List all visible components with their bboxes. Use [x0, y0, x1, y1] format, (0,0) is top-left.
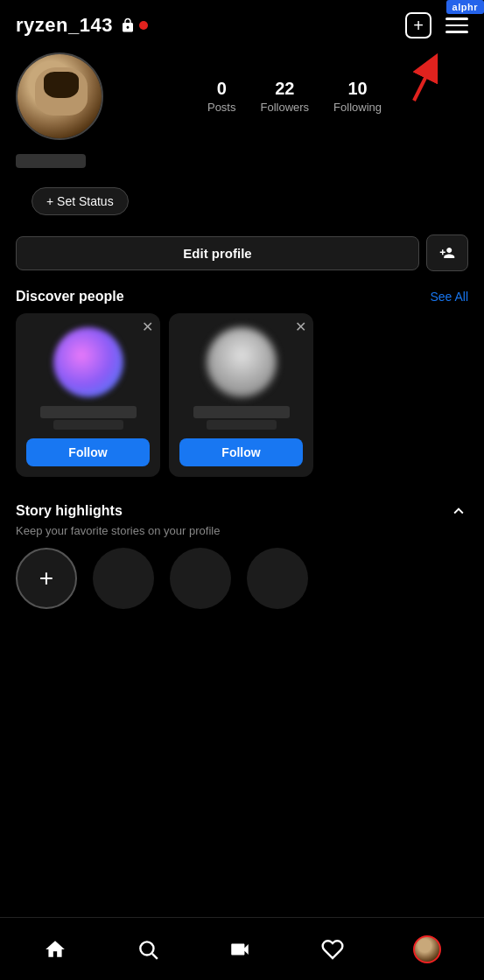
bottom-nav: [0, 917, 484, 980]
menu-button[interactable]: [445, 18, 468, 33]
close-card-2-button[interactable]: ✕: [295, 320, 306, 334]
reels-icon: [228, 937, 252, 962]
followers-label: Followers: [260, 101, 309, 114]
discover-name-2: [193, 406, 290, 418]
followers-count: 22: [275, 79, 294, 99]
see-all-link[interactable]: See All: [430, 290, 468, 304]
nav-heart[interactable]: [308, 930, 357, 969]
discover-name-1: [40, 406, 137, 418]
username-text: ryzen_143: [16, 14, 113, 37]
followers-stat[interactable]: 22 Followers: [260, 79, 309, 114]
profile-avatar[interactable]: [16, 52, 103, 140]
posts-count: 0: [217, 79, 227, 99]
discover-card-1: ✕ Follow: [16, 313, 160, 477]
stats-area: 0 Posts 22 Followers 10 Following: [121, 79, 468, 114]
following-label: Following: [333, 101, 382, 114]
profile-section: 0 Posts 22 Followers 10 Following: [0, 46, 484, 150]
notification-dot: [139, 21, 148, 30]
close-card-1-button[interactable]: ✕: [142, 320, 153, 334]
story-header: Story highlights: [0, 489, 484, 524]
svg-point-2: [140, 942, 153, 955]
plus-icon: +: [39, 566, 53, 591]
action-row: Edit profile: [0, 228, 484, 278]
display-name: [16, 154, 86, 168]
alphr-badge: alphr: [446, 0, 484, 14]
posts-label: Posts: [207, 101, 236, 114]
story-subtitle: Keep your favorite stories on your profi…: [0, 524, 484, 548]
discover-avatar-2: [207, 327, 277, 397]
following-stat[interactable]: 10 Following: [333, 79, 382, 114]
top-bar: ryzen_143 +: [0, 0, 484, 46]
top-icons: +: [405, 12, 468, 38]
discover-sub-2: [207, 420, 277, 430]
highlight-circle-2[interactable]: [170, 548, 231, 609]
story-circles: +: [0, 548, 484, 623]
username-area: ryzen_143: [16, 14, 148, 37]
set-status-wrapper: + Set Status: [0, 177, 484, 228]
heart-icon: [320, 937, 345, 962]
nav-profile[interactable]: [401, 928, 453, 970]
discover-header: Discover people See All: [0, 278, 484, 313]
discover-avatar-1: [53, 327, 123, 397]
following-count: 10: [347, 79, 367, 99]
add-highlight-button[interactable]: +: [16, 548, 77, 609]
discover-sub-1: [53, 420, 123, 430]
plus-square-icon: +: [405, 12, 431, 38]
avatar-image: [18, 54, 102, 138]
svg-line-3: [152, 953, 158, 958]
discover-card-2: ✕ Follow: [169, 313, 313, 477]
profile-nav-avatar: [413, 935, 441, 963]
add-person-button[interactable]: [426, 234, 468, 271]
nav-search[interactable]: [123, 930, 172, 969]
edit-profile-button[interactable]: Edit profile: [16, 236, 419, 270]
chevron-up-icon[interactable]: [449, 501, 468, 521]
add-post-button[interactable]: +: [405, 12, 431, 38]
home-icon: [43, 937, 67, 962]
discover-card-partial: [322, 313, 348, 477]
display-name-row: [0, 150, 484, 177]
search-icon: [136, 937, 160, 962]
hamburger-menu-icon: [445, 18, 468, 33]
set-status-button[interactable]: + Set Status: [32, 187, 129, 215]
nav-home[interactable]: [31, 930, 80, 969]
posts-stat[interactable]: 0 Posts: [207, 79, 236, 114]
discover-scroll: ✕ Follow ✕ Follow: [0, 313, 484, 489]
highlight-circle-1[interactable]: [93, 548, 154, 609]
discover-title: Discover people: [16, 289, 124, 304]
follow-button-2[interactable]: Follow: [179, 438, 303, 466]
story-highlights-title: Story highlights: [16, 503, 123, 519]
lock-icon: [120, 18, 136, 33]
lock-dot: [120, 18, 148, 33]
highlight-circle-3[interactable]: [247, 548, 308, 609]
add-person-icon: [439, 243, 455, 262]
follow-button-1[interactable]: Follow: [26, 438, 150, 466]
nav-reels[interactable]: [215, 930, 264, 969]
